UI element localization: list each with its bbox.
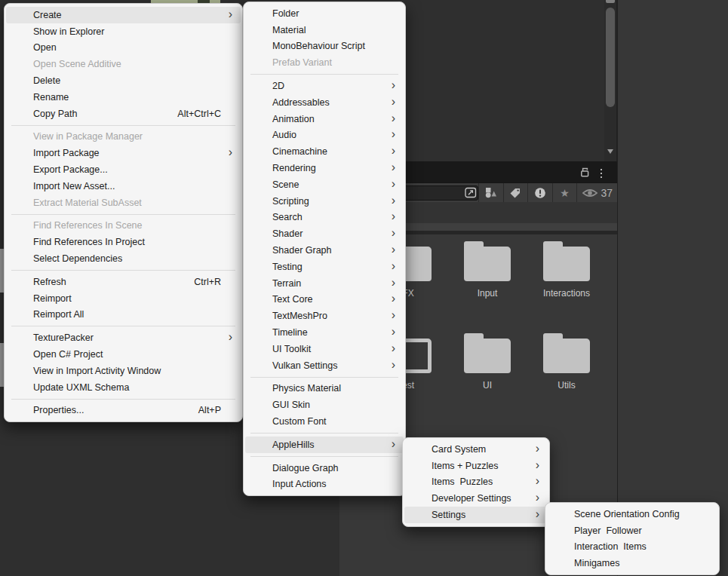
menu-item-delete[interactable]: Delete: [6, 72, 241, 89]
visibility-toggle[interactable]: 37: [577, 187, 617, 199]
menu-item-import-new-asset[interactable]: Import New Asset...: [6, 178, 241, 195]
submenu-arrow-icon: ›: [392, 359, 395, 371]
menu-item-label: Input Actions: [272, 479, 384, 489]
menu-item-label: Import New Asset...: [33, 181, 221, 191]
menu-item-copy-path[interactable]: Copy PathAlt+Ctrl+C: [6, 106, 241, 122]
menu-item-cinemachine[interactable]: Cinemachine›: [245, 143, 404, 160]
submenu-arrow-icon: ›: [536, 443, 539, 455]
scrollbar-down-arrow-icon[interactable]: [607, 149, 613, 154]
menu-item-minigames[interactable]: Minigames: [547, 555, 717, 571]
filter-by-type-button[interactable]: [479, 183, 503, 203]
menu-item-import-package[interactable]: Import Package›: [6, 145, 241, 161]
menu-item-show-in-explorer[interactable]: Show in Explorer: [6, 23, 241, 40]
submenu-arrow-icon: ›: [392, 438, 395, 450]
menu-item-gui-skin[interactable]: GUI Skin: [245, 397, 404, 413]
menu-item-label: Open C# Project: [33, 349, 221, 360]
menu-item-properties[interactable]: Properties...Alt+P: [6, 403, 241, 419]
folder-icon: [464, 339, 511, 373]
menu-item-developer-settings[interactable]: Developer Settings›: [404, 490, 548, 507]
scrollbar-top-button[interactable]: [606, 0, 615, 3]
folder-body: [543, 247, 590, 281]
menu-item-label: Properties...: [33, 405, 183, 415]
submenu-arrow-icon: ›: [392, 293, 395, 305]
menu-separator: [11, 326, 235, 326]
menu-item-label: MonoBehaviour Script: [272, 41, 384, 51]
menu-item-player-follower[interactable]: Player Follower: [547, 522, 717, 539]
menu-item-text-core[interactable]: Text Core›: [245, 292, 404, 308]
submenu-arrow-icon: ›: [392, 112, 395, 124]
menu-item-textmeshpro[interactable]: TextMeshPro›: [245, 308, 404, 324]
menu-item-label: UI Toolkit: [272, 344, 384, 354]
menu-item-texturepacker[interactable]: TexturePacker›: [6, 329, 241, 346]
menu-item-open[interactable]: Open: [6, 40, 241, 57]
menu-item-monobehaviour-script[interactable]: MonoBehaviour Script: [245, 38, 404, 55]
submenu-arrow-icon: ›: [229, 147, 232, 159]
menu-item-rendering[interactable]: Rendering›: [245, 160, 404, 176]
menu-item-testing[interactable]: Testing›: [245, 259, 404, 275]
menu-item-search[interactable]: Search›: [245, 210, 404, 226]
menu-item-custom-font[interactable]: Custom Font: [245, 413, 404, 430]
menu-item-scripting[interactable]: Scripting›: [245, 193, 404, 210]
menu-item-label: 2D: [272, 81, 384, 91]
folder-interactions[interactable]: Interactions: [521, 241, 612, 299]
menu-item-refresh[interactable]: RefreshCtrl+R: [6, 274, 241, 290]
menu-item-animation[interactable]: Animation›: [245, 111, 404, 127]
menu-item-physics-material[interactable]: Physics Material: [245, 381, 404, 397]
menu-item-shader-graph[interactable]: Shader Graph›: [245, 242, 404, 259]
menu-item-rename[interactable]: Rename: [6, 89, 241, 106]
menu-item-label: Scene: [272, 179, 384, 190]
menu-item-terrain[interactable]: Terrain›: [245, 275, 404, 292]
menu-item-find-references-in-project[interactable]: Find References In Project: [6, 234, 241, 250]
menu-item-select-dependencies[interactable]: Select Dependencies: [6, 250, 241, 267]
folder-label: Utils: [521, 380, 612, 391]
submenu-arrow-icon: ›: [392, 79, 395, 91]
menu-item-label: Copy Path: [33, 109, 162, 119]
menu-item-scene[interactable]: Scene›: [245, 176, 404, 193]
folder-input[interactable]: Input: [442, 241, 533, 299]
menu-item-dialogue-graph[interactable]: Dialogue Graph: [245, 460, 404, 476]
menu-item-2d[interactable]: 2D›: [245, 78, 404, 94]
menu-item-reimport-all[interactable]: Reimport All: [6, 307, 241, 323]
menu-item-items-puzzles[interactable]: Items + Puzzles›: [404, 458, 548, 474]
menu-item-open-c-project[interactable]: Open C# Project: [6, 346, 241, 363]
kebab-menu-icon[interactable]: [599, 167, 604, 180]
menu-item-audio[interactable]: Audio›: [245, 127, 404, 144]
menu-item-create[interactable]: Create›: [6, 7, 241, 23]
menu-item-folder[interactable]: Folder: [245, 5, 404, 22]
log-filter-button[interactable]: [528, 183, 552, 203]
menu-item-shader[interactable]: Shader›: [245, 225, 404, 242]
menu-item-shortcut: Alt+P: [198, 405, 221, 415]
folder-utils[interactable]: Utils: [521, 332, 612, 391]
star-icon: ★: [560, 188, 570, 198]
filter-by-label-button[interactable]: [504, 183, 528, 203]
favorites-button[interactable]: ★: [553, 183, 577, 203]
menu-item-label: Import Package: [33, 148, 221, 158]
menu-item-addressables[interactable]: Addressables›: [245, 94, 404, 111]
menu-item-label: Find References In Scene: [33, 220, 221, 231]
menu-item-label: Scene Orientation Config: [574, 509, 698, 519]
menu-item-vulkan-settings[interactable]: Vulkan Settings›: [245, 357, 404, 374]
folder-ui[interactable]: UI: [442, 332, 533, 391]
menu-item-scene-orientation-config[interactable]: Scene Orientation Config: [547, 506, 717, 522]
menu-item-input-actions[interactable]: Input Actions: [245, 476, 404, 493]
menu-item-timeline[interactable]: Timeline›: [245, 324, 404, 341]
menu-item-applehills[interactable]: AppleHills›: [245, 437, 404, 453]
menu-item-label: Rename: [33, 92, 221, 103]
submenu-arrow-icon: ›: [392, 161, 395, 173]
menu-item-label: Rendering: [272, 163, 384, 173]
menu-item-ui-toolkit[interactable]: UI Toolkit›: [245, 341, 404, 357]
menu-item-view-in-import-activity-window[interactable]: View in Import Activity Window: [6, 363, 241, 379]
menu-item-export-package[interactable]: Export Package...: [6, 161, 241, 178]
warning-icon: [534, 187, 546, 199]
menu-item-update-uxml-schema[interactable]: Update UXML Schema: [6, 379, 241, 396]
menu-item-items-puzzles[interactable]: Items Puzzles›: [404, 474, 548, 491]
menu-item-settings[interactable]: Settings›: [404, 507, 548, 523]
menu-item-interaction-items[interactable]: Interaction Items: [547, 539, 717, 556]
menu-item-card-system[interactable]: Card System›: [404, 441, 548, 458]
menu-item-reimport[interactable]: Reimport: [6, 290, 241, 307]
open-search-window-icon[interactable]: [465, 187, 477, 198]
menu-item-material[interactable]: Material: [245, 22, 404, 38]
menu-item-label: Folder: [272, 8, 384, 19]
scrollbar-thumb[interactable]: [606, 8, 615, 107]
unlock-icon[interactable]: [579, 166, 590, 181]
